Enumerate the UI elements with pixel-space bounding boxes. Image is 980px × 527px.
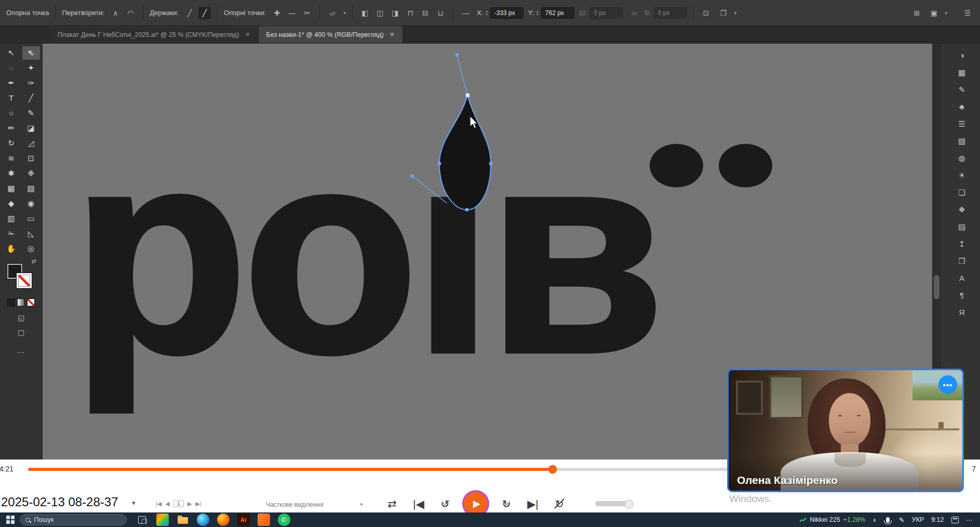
swatches-panel-icon[interactable]: ▦	[952, 64, 971, 81]
color-mode-icon[interactable]	[7, 299, 15, 306]
edge-browser-icon[interactable]	[197, 514, 209, 526]
asset-export-panel-icon[interactable]: ↥	[952, 235, 971, 252]
convert-corner-icon[interactable]: ∧	[109, 7, 122, 19]
prev-artboard-button[interactable]: ◀	[165, 501, 169, 507]
progress-thumb[interactable]	[548, 465, 557, 474]
draw-mode-icon[interactable]: ◱	[18, 314, 24, 322]
stock-ticker[interactable]: Nikkei 225 +1.28%	[799, 516, 865, 523]
firefox-browser-icon[interactable]	[217, 514, 230, 526]
artwork-dot-left[interactable]	[650, 144, 703, 187]
language-indicator[interactable]: УКР	[912, 516, 924, 523]
previous-button[interactable]: |◀	[411, 496, 426, 511]
clock[interactable]: 9:12	[931, 516, 944, 523]
gradient-tool[interactable]: ▨	[22, 182, 40, 195]
bezier-handle-line[interactable]	[457, 55, 467, 95]
direct-selection-tool[interactable]: ⇖	[22, 46, 40, 60]
pen-icon[interactable]: ✎	[899, 516, 905, 524]
close-icon[interactable]: ✕	[390, 31, 395, 38]
add-anchor-icon[interactable]: ✚	[271, 7, 283, 19]
transform-icon[interactable]: ⊡	[700, 7, 713, 19]
transparency-panel-icon[interactable]: ◍	[952, 150, 971, 167]
libraries-panel-icon[interactable]: ❒	[952, 252, 971, 269]
brushes-panel-icon[interactable]: ✎	[952, 81, 971, 98]
tray-expand-icon[interactable]: ∧	[872, 517, 876, 523]
x-stepper[interactable]: ▴ ▾	[486, 10, 488, 16]
taskbar-search[interactable]: Пошук	[20, 514, 127, 525]
ellipse-tool[interactable]: ○	[3, 106, 20, 120]
screen-mode-icon[interactable]: ▢	[18, 328, 24, 336]
last-artboard-button[interactable]: ▶|	[195, 501, 201, 507]
glyphs-panel-icon[interactable]: Я	[952, 304, 971, 321]
align-bottom-icon[interactable]: ⊔	[434, 7, 447, 19]
symbol-sprayer-tool[interactable]: ❉	[22, 167, 40, 180]
line-segment-tool[interactable]: ╱	[22, 91, 40, 105]
layers-panel-icon[interactable]: ❖	[952, 201, 971, 218]
pen-tool[interactable]: ✒	[3, 76, 20, 90]
document-tab-1[interactable]: Плакат День Г НебСотні_2025.ai* @ 25 % (…	[50, 26, 259, 43]
eyedropper-tool[interactable]: ◆	[3, 197, 20, 210]
webcam-overlay[interactable]: Олена Казіміренко •••	[727, 369, 964, 492]
shape-menu-icon[interactable]: ▱	[326, 7, 339, 19]
slice-tool[interactable]: ✁	[3, 227, 20, 240]
artboard-number[interactable]: 1	[173, 500, 184, 507]
chevron-down-icon[interactable]: ▾	[945, 10, 947, 16]
apps-grid-icon[interactable]: ⊞	[910, 7, 923, 19]
align-center-icon[interactable]: ◫	[374, 7, 386, 19]
chevron-down-icon[interactable]: ▾	[343, 10, 346, 16]
illustrator-app-icon[interactable]: Ai	[237, 514, 250, 526]
width-tool[interactable]: ≋	[3, 152, 20, 165]
graph-tool[interactable]: ▥	[3, 212, 20, 225]
artwork-text[interactable]: роıв	[72, 107, 659, 396]
artboard-tool[interactable]: ▭	[22, 212, 40, 225]
first-artboard-button[interactable]: |◀	[156, 501, 162, 507]
scale-tool[interactable]: ◿	[22, 137, 40, 150]
convert-smooth-icon[interactable]: ◠	[124, 7, 137, 19]
lasso-tool[interactable]: ◌	[3, 61, 20, 75]
shaper-tool[interactable]: ✱	[3, 167, 20, 180]
stepper-down-icon[interactable]: ▾	[536, 13, 539, 16]
align-top-icon[interactable]: ⊓	[404, 7, 417, 19]
whatsapp-icon[interactable]: ✆	[278, 514, 290, 526]
shuffle-button[interactable]: ⇄	[384, 496, 400, 511]
perspective-grid-tool[interactable]: ◺	[22, 227, 40, 240]
menu-icon[interactable]: ☰	[961, 7, 974, 19]
next-button[interactable]: ▶|	[525, 496, 541, 511]
swap-fill-stroke-icon[interactable]: ⇄	[31, 258, 36, 265]
rewind-10-button[interactable]: ↺ 10	[437, 496, 453, 511]
stepper-down-icon[interactable]: ▾	[486, 13, 488, 16]
artwork-dot-right[interactable]	[719, 144, 772, 187]
gradient-mode-icon[interactable]	[17, 299, 25, 306]
chevron-down-icon[interactable]: ▾	[132, 499, 136, 507]
align-middle-icon[interactable]: ⊟	[419, 7, 432, 19]
y-stepper[interactable]: ▴ ▾	[536, 10, 539, 16]
stroke-panel-icon[interactable]: ☰	[952, 115, 971, 132]
color-panel-icon[interactable]: ◑	[952, 47, 971, 64]
pencil-tool[interactable]: ✏	[3, 121, 20, 135]
eraser-tool[interactable]: ◪	[22, 121, 40, 135]
zoom-slider[interactable]	[595, 501, 632, 506]
constrain-icon[interactable]: —	[460, 7, 472, 19]
remove-anchor-icon[interactable]: —	[286, 7, 298, 19]
chevron-down-icon[interactable]: ▾	[734, 10, 737, 16]
cut-path-icon[interactable]: ✂	[301, 7, 313, 19]
free-transform-tool[interactable]: ⊡	[22, 152, 40, 165]
close-icon[interactable]: ✕	[245, 31, 250, 38]
workspace-icon[interactable]: ▣	[928, 7, 940, 19]
toolbar-overflow-icon[interactable]: ⋯	[17, 348, 25, 357]
curvature-tool[interactable]: ✑	[22, 76, 40, 90]
none-mode-icon[interactable]	[27, 299, 35, 306]
tray-overflow-icon[interactable]: ⋯	[966, 516, 973, 524]
artboards-panel-icon[interactable]: ▤	[952, 218, 971, 235]
file-explorer-icon[interactable]	[177, 514, 189, 526]
hand-tool[interactable]: ✋	[3, 242, 20, 255]
scrollbar-thumb[interactable]	[934, 275, 939, 299]
paragraph-panel-icon[interactable]: ¶	[952, 287, 971, 304]
x-input[interactable]: -333 px	[490, 7, 523, 19]
task-view-button[interactable]	[136, 514, 149, 526]
appearance-panel-icon[interactable]: ☀	[952, 167, 971, 184]
rotate-tool[interactable]: ↻	[3, 137, 20, 150]
isolate-icon[interactable]: ❐	[717, 7, 730, 19]
webcam-menu-button[interactable]: •••	[938, 375, 957, 394]
zoom-tool[interactable]: ◎	[22, 242, 40, 255]
document-tab-2[interactable]: Без назви-1* @ 400 % (RGB/Перегляд) ✕	[259, 26, 403, 43]
